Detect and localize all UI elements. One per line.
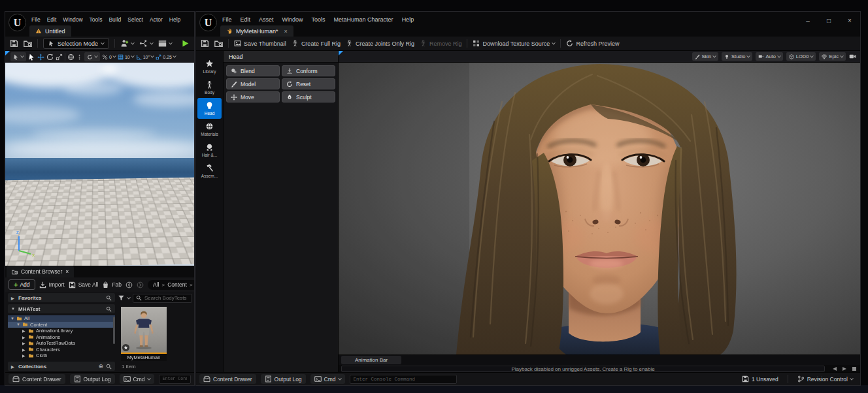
download-texture-source-button[interactable]: Download Texture Source	[473, 40, 555, 47]
epic-quality-dropdown[interactable]: Epic	[819, 52, 846, 61]
unreal-logo[interactable]: U	[8, 14, 26, 31]
remove-rig-button[interactable]: Remove Rig	[420, 40, 462, 47]
reset-button[interactable]: Reset	[282, 78, 335, 89]
tab-mymetahuman[interactable]: MyMetaHuman* ×	[220, 25, 293, 37]
menu-help[interactable]: Help	[402, 16, 414, 23]
scale-tool-icon[interactable]	[56, 54, 63, 61]
menu-asset[interactable]: Asset	[259, 16, 274, 23]
menu-build[interactable]: Build	[108, 16, 121, 23]
cinematics-button[interactable]	[158, 39, 172, 48]
sidebar-item-library[interactable]: Library	[197, 56, 222, 77]
asset-search-input[interactable]	[144, 295, 189, 301]
close-icon[interactable]: ×	[65, 268, 69, 275]
auto-dropdown[interactable]: Auto	[756, 52, 782, 61]
content-browser-tab[interactable]: Content Browser ×	[7, 266, 74, 277]
menu-edit[interactable]: Edit	[47, 16, 57, 23]
content-drawer-button[interactable]: Content Drawer	[8, 374, 65, 384]
console-input[interactable]	[163, 377, 187, 381]
sidebar-item-materials[interactable]: Materials	[197, 119, 222, 140]
menu-help[interactable]: Help	[169, 16, 180, 23]
save-all-button[interactable]: Save All	[69, 281, 99, 289]
menu-select[interactable]: Select	[127, 16, 143, 23]
selection-mode-dropdown[interactable]: Selection Mode	[43, 38, 109, 49]
scrollbar[interactable]	[113, 317, 115, 344]
forward-icon[interactable]	[137, 281, 144, 289]
menu-tools[interactable]: Tools	[312, 16, 326, 23]
level-viewport[interactable]: z x	[5, 63, 194, 266]
maximize-button[interactable]: □	[825, 17, 833, 24]
content-browser-icon[interactable]	[24, 39, 32, 48]
add-collection-icon[interactable]: ⊕	[98, 363, 103, 369]
tree-item[interactable]: ▶AnimationLibrary	[8, 328, 115, 334]
minimize-button[interactable]: –	[804, 17, 812, 24]
console-input-box[interactable]	[350, 375, 457, 384]
cmd-dropdown[interactable]: Cmd	[120, 374, 154, 384]
asset-tile[interactable]: MyMetaHuman	[121, 307, 167, 361]
camera-icon[interactable]	[849, 53, 856, 60]
cmd-dropdown[interactable]: Cmd	[310, 374, 345, 384]
collections-header[interactable]: ▶Collections ⊕	[8, 362, 115, 371]
tree-item[interactable]: ▶AutoTestRawData	[8, 340, 115, 347]
surface-snap-value[interactable]: 0	[102, 54, 116, 60]
filter-icon[interactable]	[118, 294, 125, 302]
sidebar-item-head[interactable]: Head	[197, 98, 222, 119]
menu-window[interactable]: Window	[63, 16, 82, 23]
tree-item[interactable]: ▶Cloth	[8, 353, 115, 358]
search-icon[interactable]	[106, 364, 112, 369]
conform-button[interactable]: Conform	[282, 65, 335, 76]
tree-item-content[interactable]: ▼Content	[8, 322, 115, 328]
search-icon[interactable]	[106, 295, 112, 301]
project-header[interactable]: ▼MHATest	[8, 304, 115, 313]
grid-snap-value[interactable]: 10	[118, 54, 134, 60]
menu-tools[interactable]: Tools	[90, 16, 103, 23]
console-input[interactable]	[354, 377, 453, 382]
lod-dropdown[interactable]: LOD0	[786, 52, 816, 61]
import-button[interactable]: Import	[39, 281, 65, 289]
tree-item[interactable]: ▶Characters	[8, 347, 115, 353]
select-tool-icon[interactable]	[28, 54, 35, 61]
favorites-header[interactable]: ▶Favorites	[8, 293, 115, 302]
studio-dropdown[interactable]: Studio	[722, 52, 752, 61]
world-coord-icon[interactable]	[67, 54, 75, 61]
previous-frame-icon[interactable]	[833, 367, 837, 371]
scale-snap-value[interactable]: 0.25	[156, 54, 176, 60]
menu-window[interactable]: Window	[282, 16, 303, 23]
content-drawer-button[interactable]: Content Drawer	[199, 374, 256, 384]
asset-search-box[interactable]	[133, 294, 192, 303]
move-tool-icon[interactable]	[37, 54, 44, 61]
rotation-snap-value[interactable]: 10°	[136, 54, 154, 60]
add-actor-button[interactable]	[120, 39, 134, 48]
move-button[interactable]: Move	[226, 91, 280, 102]
animation-bar-tab[interactable]: Animation Bar	[341, 356, 401, 364]
tab-untitled[interactable]: Untitled	[29, 25, 71, 37]
output-log-button[interactable]: Output Log	[70, 374, 115, 384]
blueprints-button[interactable]	[139, 39, 153, 48]
sidebar-item-hair[interactable]: Hair &...	[197, 140, 222, 161]
back-icon[interactable]	[125, 281, 133, 289]
close-button[interactable]: ×	[846, 17, 854, 24]
fab-button[interactable]: Fab	[102, 281, 122, 289]
menu-metahuman-character[interactable]: MetaHuman Character	[334, 16, 393, 23]
menu-file[interactable]: File	[222, 16, 232, 23]
menu-file[interactable]: File	[31, 16, 41, 23]
model-button[interactable]: Model	[226, 78, 280, 89]
save-icon[interactable]	[10, 39, 18, 48]
surface-snap-dropdown[interactable]	[84, 52, 100, 61]
tree-item[interactable]: ▶Animations	[8, 334, 115, 341]
search-icon[interactable]	[106, 306, 112, 312]
console-input-box[interactable]	[159, 375, 191, 384]
tree-item-all[interactable]: ▼All	[8, 315, 115, 322]
play-icon[interactable]	[843, 367, 846, 371]
skin-dropdown[interactable]: Skin	[692, 52, 719, 61]
blend-button[interactable]: Blend	[226, 65, 280, 76]
play-button[interactable]	[181, 39, 190, 48]
sculpt-button[interactable]: Sculpt	[282, 91, 335, 102]
sidebar-item-assembly[interactable]: Assem...	[197, 161, 222, 181]
viewport-select-mode[interactable]	[10, 52, 26, 61]
face-render-area[interactable]	[339, 63, 860, 354]
browse-icon[interactable]	[214, 39, 223, 48]
create-full-rig-button[interactable]: Create Full Rig	[292, 40, 341, 47]
menu-actor[interactable]: Actor	[150, 16, 163, 23]
menu-edit[interactable]: Edit	[241, 16, 251, 23]
create-joints-only-rig-button[interactable]: Create Joints Only Rig	[346, 40, 414, 47]
